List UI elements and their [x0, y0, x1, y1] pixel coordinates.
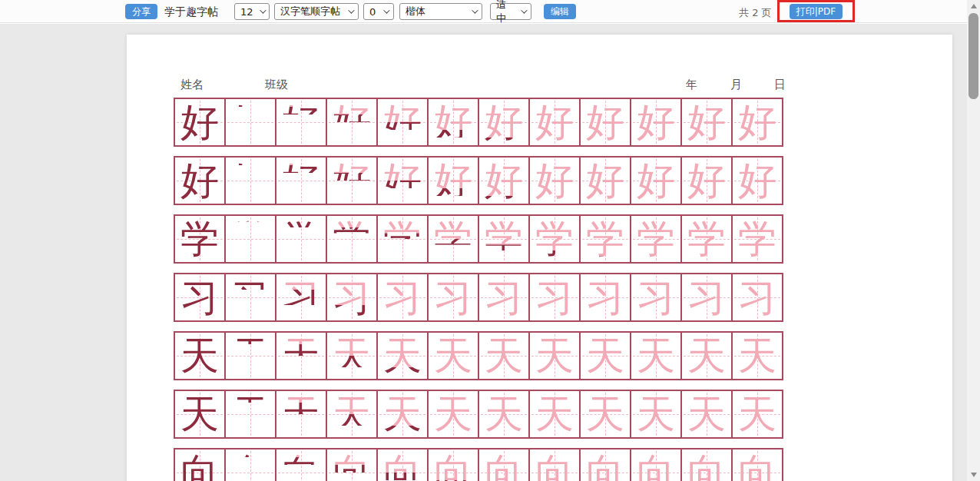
practice-cell: 好好 [427, 98, 479, 147]
print-pdf-button[interactable]: 打印|PDF [790, 4, 843, 19]
trace-character: 天 [429, 333, 478, 379]
practice-cell: 习 [731, 273, 783, 322]
select-template-type-value: 汉字笔顺字帖 [280, 5, 340, 18]
month-label: 月 [730, 78, 742, 92]
trace-character: 天 [479, 391, 528, 437]
trace-character: 习 [682, 274, 731, 320]
stroke-progress-light: 学 [581, 216, 630, 262]
practice-cell: 天 [579, 331, 631, 380]
trace-character: 天 [530, 391, 579, 437]
trace-character: 好 [581, 99, 630, 145]
stroke-progress-current: 向 [226, 449, 275, 481]
select-font-style[interactable]: 楷体 [399, 3, 482, 20]
practice-cell: 学 [680, 214, 733, 264]
trace-character: 习 [429, 274, 478, 320]
trace-character: 好 [530, 158, 579, 204]
practice-row: 向向向向向向向向向向向向向向向向向向 [174, 448, 783, 481]
scrollbar[interactable] [967, 0, 980, 481]
practice-cell: 好 [528, 156, 581, 205]
practice-cell: 向向 [376, 448, 429, 481]
share-button[interactable]: 分享 [125, 4, 157, 19]
practice-cell: 习 [528, 273, 581, 322]
practice-cell: 好 [731, 156, 783, 205]
practice-row: 习习习习习习习习习习习习习习习 [174, 273, 783, 322]
select-spacing[interactable]: 适中 [490, 3, 531, 20]
trace-character: 天 [530, 333, 579, 379]
chevron-down-icon [260, 7, 266, 13]
practice-cell: 天 [579, 390, 631, 439]
example-character: 天 [175, 333, 224, 379]
select-template-type[interactable]: 汉字笔顺字帖 [274, 3, 359, 20]
select-font-size[interactable]: 12 [234, 3, 270, 20]
practice-cell: 天 [427, 390, 479, 439]
scroll-up-arrow-icon[interactable] [967, 0, 980, 12]
name-label: 姓名 [180, 78, 204, 92]
trace-character: 天 [682, 391, 731, 437]
site-title: 学于趣字帖 [164, 5, 218, 19]
practice-cell: 天 [174, 331, 226, 380]
stroke-progress-light: 向 [276, 449, 326, 481]
example-character: 好 [175, 99, 224, 145]
practice-cell: 天 [680, 390, 733, 439]
practice-cell: 习 [478, 273, 530, 322]
practice-cell: 学学 [478, 214, 530, 264]
practice-cell: 学学 [579, 214, 631, 264]
page-count: 共 2 页 [739, 6, 772, 20]
practice-cell: 学 [731, 214, 783, 264]
practice-cell: 好 [579, 156, 631, 205]
practice-cell: 好好 [478, 98, 530, 147]
stroke-progress-light: 学 [226, 216, 275, 262]
trace-character: 天 [733, 391, 782, 437]
practice-cell: 天 [731, 390, 783, 439]
chevron-down-icon [521, 7, 527, 13]
select-font-size-value: 12 [240, 6, 253, 18]
practice-cell: 学学 [376, 214, 429, 264]
select-font-style-value: 楷体 [406, 5, 425, 18]
practice-cell: 向向 [275, 448, 327, 481]
practice-cell: 习习 [326, 273, 378, 322]
practice-cell: 好好 [478, 156, 530, 205]
practice-cell: 习 [174, 273, 226, 322]
trace-character: 向 [631, 449, 680, 481]
trace-character: 习 [581, 274, 630, 320]
practice-cell: 向 [174, 448, 226, 481]
trace-character: 向 [733, 449, 782, 481]
scroll-down-arrow-icon[interactable] [967, 469, 980, 481]
stroke-progress-current: 好 [226, 99, 275, 145]
practice-row: 好好好好好好好好好好好好好好好好好好 [174, 98, 783, 147]
edit-button[interactable]: 编辑 [544, 4, 576, 19]
trace-character: 好 [631, 158, 680, 204]
scrollbar-thumb[interactable] [968, 13, 978, 99]
practice-cell: 学学 [275, 214, 327, 264]
trace-character: 好 [733, 99, 782, 145]
practice-cell: 向 [579, 448, 631, 481]
trace-character: 学 [733, 216, 782, 262]
stroke-progress-current: 学 [276, 216, 326, 262]
practice-cell: 好 [579, 98, 631, 147]
select-blank-count[interactable]: 0 [363, 3, 394, 20]
practice-cell: 学学 [224, 214, 276, 264]
practice-cell: 好 [731, 98, 783, 147]
practice-cell: 天 [680, 331, 733, 380]
day-label: 日 [774, 78, 786, 92]
practice-cell: 天天 [275, 390, 327, 439]
practice-cell: 天天 [224, 390, 276, 439]
practice-cell: 习习 [224, 273, 276, 322]
stroke-progress-light: 好 [327, 99, 376, 145]
stroke-progress-current: 习 [226, 274, 275, 320]
practice-cell: 习习 [275, 273, 327, 322]
practice-cell: 向向 [478, 448, 530, 481]
practice-cell: 好好 [275, 156, 327, 205]
stroke-progress-current: 好 [226, 158, 275, 204]
trace-character: 天 [581, 333, 630, 379]
practice-cell: 好 [528, 98, 581, 147]
practice-cell: 习 [376, 273, 429, 322]
trace-character: 天 [581, 391, 630, 437]
practice-cell: 天 [478, 331, 530, 380]
practice-cell: 向 [528, 448, 581, 481]
practice-cell: 学学 [326, 214, 378, 264]
stroke-progress-light: 天 [276, 391, 326, 437]
trace-character: 学 [682, 216, 731, 262]
practice-cell: 天天 [376, 331, 429, 380]
practice-cell: 天 [630, 390, 682, 439]
